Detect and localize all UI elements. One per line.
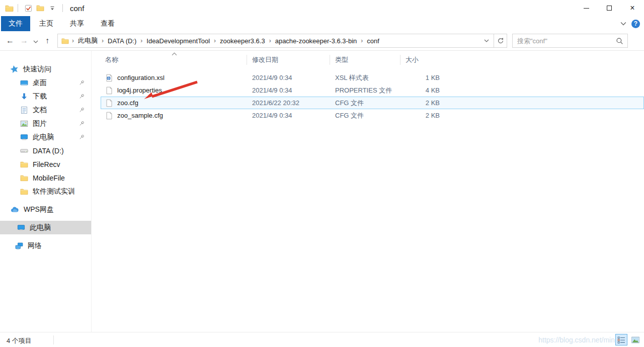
file-row-zoo-sample-cfg[interactable]: zoo_sample.cfg 2021/4/9 0:34 CFG 文件 2 KB <box>101 109 644 122</box>
sidebar-item-downloads[interactable]: 下载 <box>0 90 91 103</box>
view-toggle-buttons <box>615 334 641 345</box>
file-row-zoo-cfg[interactable]: zoo.cfg 2021/6/22 20:32 CFG 文件 2 KB <box>101 97 644 109</box>
thumbnail-view-icon <box>631 336 640 344</box>
thumbnail-view-button[interactable] <box>629 334 641 345</box>
qat-customize-button[interactable] <box>46 2 58 14</box>
main-area: 快速访问 桌面 下载 文档 图片 <box>0 51 644 332</box>
folder-icon <box>36 4 44 12</box>
sidebar-item-this-pc-pinned[interactable]: 此电脑 <box>0 130 91 144</box>
documents-icon <box>20 106 28 114</box>
qat-properties-button[interactable] <box>22 2 34 14</box>
up-button[interactable]: ↑ <box>40 36 54 45</box>
breadcrumb-drive-d[interactable]: DATA (D:) <box>107 37 137 45</box>
explorer-window: conf × 文件 主页 共享 查看 ? ← → ↑ › 此电脑 › DATA … <box>0 0 644 347</box>
refresh-button[interactable] <box>494 34 507 48</box>
recent-locations-button[interactable] <box>31 36 40 45</box>
address-bar[interactable]: › 此电脑 › DATA (D:) › IdeaDevelopmentTool … <box>57 34 494 48</box>
window-title: conf <box>70 4 84 13</box>
sidebar-item-wps-cloud[interactable]: WPS网盘 <box>0 203 91 216</box>
checkbox-icon <box>25 5 32 12</box>
tab-file[interactable]: 文件 <box>1 16 30 31</box>
drive-icon <box>20 147 28 155</box>
maximize-icon <box>607 6 612 11</box>
folder-icon <box>61 37 69 45</box>
file-rows: configuration.xsl 2021/4/9 0:34 XSL 样式表 … <box>101 71 644 122</box>
column-header-size[interactable]: 大小 <box>400 55 443 65</box>
sidebar-item-filerecv[interactable]: FileRecv <box>0 157 91 171</box>
breadcrumb-separator: › <box>69 37 77 44</box>
file-icon <box>105 112 113 120</box>
statusbar: 4 个项目 https://blog.csdn.net/min <box>0 332 644 347</box>
caret-down-icon <box>50 6 55 11</box>
sidebar-item-software-testing[interactable]: 软件测试实训 <box>0 185 91 198</box>
items-count: 4 个项目 <box>7 336 32 345</box>
folder-icon <box>20 160 28 168</box>
sidebar-item-data-drive[interactable]: DATA (D:) <box>0 144 91 157</box>
download-icon <box>20 93 28 101</box>
computer-icon <box>17 224 25 232</box>
status-divider <box>53 335 54 344</box>
watermark: https://blog.csdn.net/min <box>538 336 615 344</box>
xsl-file-icon <box>105 74 113 82</box>
sidebar-item-network[interactable]: 网络 <box>0 239 91 252</box>
ribbon-tabs: 文件 主页 共享 查看 ? <box>0 16 644 31</box>
breadcrumb-zookeeper363[interactable]: zookeeper3.6.3 <box>219 37 266 45</box>
file-row-log4j-properties[interactable]: log4j.properties 2021/4/9 0:34 PROPERTIE… <box>101 84 644 97</box>
cloud-icon <box>10 206 19 214</box>
caret-down-icon <box>33 40 38 43</box>
file-icon <box>105 86 113 95</box>
maximize-button[interactable] <box>598 0 621 16</box>
minimize-icon <box>584 8 589 9</box>
sidebar-item-this-pc[interactable]: 此电脑 <box>0 221 91 234</box>
sidebar-item-pictures[interactable]: 图片 <box>0 117 91 130</box>
file-row-configuration-xsl[interactable]: configuration.xsl 2021/4/9 0:34 XSL 样式表 … <box>101 71 644 84</box>
file-icon <box>105 99 113 107</box>
pin-icon <box>78 120 85 127</box>
search-box <box>512 34 628 48</box>
titlebar: conf × <box>0 0 644 16</box>
qat-new-folder-button[interactable] <box>34 2 46 14</box>
titlebar-separator <box>18 4 18 12</box>
back-button[interactable]: ← <box>3 36 17 45</box>
file-list-pane: 名称 修改日期 类型 大小 configuration.xsl 2021/4/9… <box>92 51 644 332</box>
breadcrumb-ideadevelopmenttool[interactable]: IdeaDevelopmentTool <box>145 37 211 45</box>
pin-icon <box>78 134 85 140</box>
details-view-button[interactable] <box>615 334 627 345</box>
pin-icon <box>78 79 85 86</box>
collapse-ribbon-icon[interactable] <box>620 22 626 26</box>
tab-view[interactable]: 查看 <box>93 16 122 31</box>
breadcrumb-this-pc[interactable]: 此电脑 <box>77 36 99 45</box>
folder-icon <box>20 174 28 182</box>
column-header-type[interactable]: 类型 <box>330 55 400 65</box>
ribbon-right-controls: ? <box>620 16 640 31</box>
window-controls: × <box>575 0 644 16</box>
tab-home[interactable]: 主页 <box>32 16 61 31</box>
breadcrumb-separator: › <box>137 37 145 44</box>
minimize-button[interactable] <box>575 0 598 16</box>
folder-icon <box>20 188 28 196</box>
forward-button[interactable]: → <box>17 36 31 45</box>
search-input[interactable] <box>513 37 612 45</box>
pin-icon <box>78 93 85 100</box>
window-folder-icon <box>5 4 14 13</box>
help-icon[interactable]: ? <box>631 20 640 28</box>
pictures-icon <box>20 120 28 128</box>
sidebar-item-desktop[interactable]: 桌面 <box>0 76 91 90</box>
sort-ascending-icon <box>172 50 177 57</box>
desktop-icon <box>20 79 28 87</box>
sidebar-item-quick-access[interactable]: 快速访问 <box>0 62 91 76</box>
close-button[interactable]: × <box>621 0 644 16</box>
sidebar-item-documents[interactable]: 文档 <box>0 103 91 117</box>
tab-share[interactable]: 共享 <box>62 16 92 31</box>
titlebar-separator <box>62 4 63 12</box>
column-headers: 名称 修改日期 类型 大小 <box>101 53 644 66</box>
sidebar-item-mobilefile[interactable]: MobileFile <box>0 171 91 185</box>
breadcrumb-separator: › <box>99 37 107 44</box>
search-icon[interactable] <box>612 37 627 45</box>
breadcrumb-conf[interactable]: conf <box>366 37 380 45</box>
breadcrumb-separator: › <box>358 37 366 44</box>
breadcrumb-apache-zookeeper-bin[interactable]: apache-zookeeper-3.6.3-bin <box>274 37 358 45</box>
address-dropdown-button[interactable] <box>481 39 492 42</box>
column-header-date-modified[interactable]: 修改日期 <box>247 55 330 65</box>
details-view-icon <box>617 336 625 344</box>
